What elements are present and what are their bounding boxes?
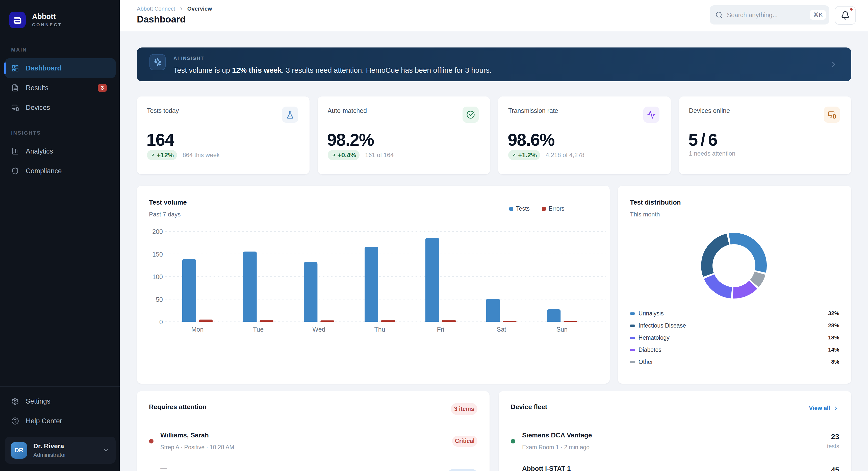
svg-text:150: 150 [152,251,163,258]
svg-text:Mon: Mon [191,326,204,333]
svg-text:Wed: Wed [313,326,326,333]
svg-text:Fri: Fri [437,326,444,333]
svg-text:200: 200 [152,228,163,235]
svg-text:100: 100 [152,273,163,280]
svg-text:0: 0 [159,319,163,326]
svg-text:Thu: Thu [374,326,385,333]
svg-text:Sat: Sat [497,326,506,333]
svg-text:50: 50 [156,296,163,303]
svg-text:Sun: Sun [556,326,567,333]
svg-text:Tue: Tue [253,326,264,333]
